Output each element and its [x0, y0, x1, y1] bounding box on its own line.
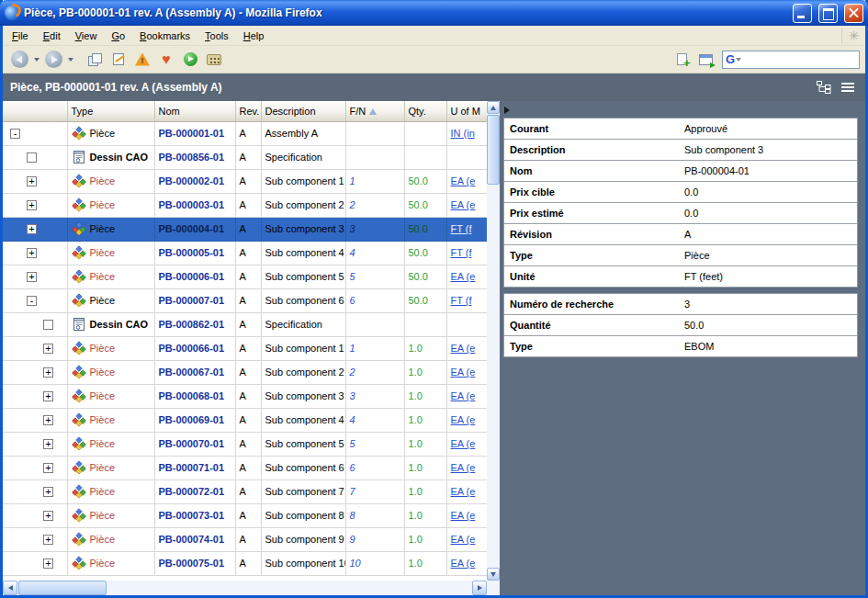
- close-button[interactable]: [844, 4, 863, 23]
- table-row[interactable]: +PiècePB-000068-01ASub component 331.0EA…: [3, 384, 487, 408]
- title-bar[interactable]: Pièce, PB-000001-01 rev. A (Assembly A) …: [0, 0, 868, 26]
- collapse-icon[interactable]: -: [10, 129, 20, 139]
- table-row[interactable]: +PiècePB-000072-01ASub component 771.0EA…: [3, 480, 487, 503]
- part-number-link[interactable]: PB-000070-01: [159, 438, 225, 449]
- horizontal-scrollbar[interactable]: [3, 581, 487, 595]
- table-row[interactable]: +PiècePB-000004-01ASub component 3350.0F…: [3, 217, 487, 241]
- uom-link[interactable]: EA (e: [451, 175, 476, 186]
- menu-item-edit[interactable]: Edit: [36, 28, 68, 44]
- table-row[interactable]: -PiècePB-000001-01AAssembly AIN (in: [3, 121, 487, 145]
- column-header-type[interactable]: Type: [67, 101, 154, 121]
- vertical-scroll-thumb[interactable]: [487, 115, 500, 185]
- table-row[interactable]: +PiècePB-000066-01ASub component 111.0EA…: [3, 336, 487, 360]
- scroll-left-button[interactable]: [3, 581, 17, 595]
- keypad-button[interactable]: [203, 48, 225, 72]
- sort-ascending-icon[interactable]: [369, 108, 377, 115]
- expand-icon[interactable]: +: [43, 344, 53, 354]
- scroll-up-button[interactable]: [487, 101, 500, 114]
- uom-link[interactable]: IN (in: [451, 128, 475, 139]
- expand-icon[interactable]: +: [43, 463, 53, 473]
- expand-icon[interactable]: +: [43, 559, 53, 569]
- menu-item-tools[interactable]: Tools: [197, 28, 236, 44]
- expand-icon[interactable]: +: [43, 535, 53, 545]
- part-number-link[interactable]: PB-000069-01: [159, 414, 225, 425]
- part-number-link[interactable]: PB-000856-01: [159, 152, 225, 163]
- part-number-link[interactable]: PB-000862-01: [159, 319, 225, 330]
- expand-icon[interactable]: +: [43, 439, 53, 449]
- part-number-link[interactable]: PB-000067-01: [159, 367, 225, 378]
- table-row[interactable]: -PiècePB-000007-01ASub component 6650.0F…: [3, 288, 487, 312]
- menu-item-go[interactable]: Go: [104, 28, 132, 44]
- uom-link[interactable]: EA (e: [451, 271, 476, 282]
- part-number-link[interactable]: PB-000001-01: [159, 128, 225, 139]
- column-header-tree[interactable]: [3, 101, 67, 121]
- expand-icon[interactable]: +: [43, 415, 53, 425]
- menu-item-file[interactable]: File: [5, 28, 36, 44]
- table-row[interactable]: +PiècePB-000005-01ASub component 4450.0F…: [3, 241, 487, 265]
- uom-link[interactable]: EA (e: [451, 510, 476, 521]
- go-button[interactable]: [179, 48, 201, 72]
- uom-link[interactable]: EA (e: [451, 486, 476, 497]
- bookmark-heart-button[interactable]: [155, 48, 177, 72]
- table-row[interactable]: +PiècePB-000069-01ASub component 441.0EA…: [3, 408, 487, 432]
- menu-item-view[interactable]: View: [68, 28, 105, 44]
- back-button[interactable]: [8, 48, 30, 72]
- search-box[interactable]: G: [722, 51, 860, 69]
- expand-icon[interactable]: +: [27, 176, 37, 186]
- part-number-link[interactable]: PB-000002-01: [159, 175, 225, 186]
- google-logo-icon[interactable]: G: [726, 51, 735, 68]
- part-number-link[interactable]: PB-000074-01: [159, 534, 225, 545]
- table-row[interactable]: Dessin CAOPB-000862-01ASpecification: [3, 312, 487, 336]
- table-row[interactable]: +PiècePB-000006-01ASub component 5550.0E…: [3, 265, 487, 288]
- column-header-nom[interactable]: Nom: [154, 101, 235, 121]
- table-row[interactable]: +PiècePB-000070-01ASub component 551.0EA…: [3, 432, 487, 456]
- scroll-down-button[interactable]: [487, 568, 500, 581]
- horizontal-scroll-track[interactable]: [17, 581, 472, 595]
- forward-button[interactable]: [42, 48, 64, 72]
- expand-icon[interactable]: +: [43, 487, 53, 497]
- column-header-fn[interactable]: F/N: [345, 101, 404, 121]
- part-number-link[interactable]: PB-000007-01: [159, 295, 225, 306]
- menu-item-help[interactable]: Help: [236, 28, 272, 44]
- table-row[interactable]: +PiècePB-000071-01ASub component 661.0EA…: [3, 456, 487, 480]
- column-header-description[interactable]: Description: [261, 101, 345, 121]
- warning-button[interactable]: [131, 48, 153, 72]
- table-row[interactable]: +PiècePB-000067-01ASub component 221.0EA…: [3, 360, 487, 384]
- collapse-icon[interactable]: -: [27, 296, 37, 306]
- edit-page-button[interactable]: [107, 48, 130, 72]
- expand-icon[interactable]: +: [27, 224, 37, 234]
- pages-button[interactable]: [84, 48, 106, 72]
- expand-icon[interactable]: +: [43, 511, 53, 521]
- part-number-link[interactable]: PB-000066-01: [159, 343, 225, 354]
- forward-history-dropdown[interactable]: [66, 48, 74, 72]
- scroll-right-button[interactable]: [472, 581, 487, 595]
- expand-icon[interactable]: +: [27, 272, 37, 282]
- part-number-link[interactable]: PB-000005-01: [159, 247, 225, 258]
- table-row[interactable]: +PiècePB-000075-01ASub component 10101.0…: [3, 551, 487, 575]
- uom-link[interactable]: FT (f: [451, 295, 472, 306]
- uom-link[interactable]: FT (f: [451, 223, 472, 234]
- table-row[interactable]: +PiècePB-000074-01ASub component 991.0EA…: [3, 527, 487, 551]
- part-number-link[interactable]: PB-000072-01: [159, 486, 225, 497]
- expand-icon[interactable]: +: [43, 367, 53, 378]
- horizontal-scroll-thumb[interactable]: [18, 581, 107, 595]
- table-row[interactable]: Dessin CAOPB-000856-01ASpecification: [3, 145, 487, 169]
- column-header-qty[interactable]: Qty.: [404, 101, 446, 121]
- structure-view-button[interactable]: [814, 78, 834, 96]
- table-row[interactable]: +PiècePB-000003-01ASub component 2250.0E…: [3, 193, 487, 217]
- uom-link[interactable]: EA (e: [451, 367, 476, 378]
- expand-icon[interactable]: +: [43, 391, 53, 401]
- part-number-link[interactable]: PB-000071-01: [159, 462, 225, 473]
- uom-link[interactable]: EA (e: [451, 343, 476, 354]
- uom-link[interactable]: EA (e: [451, 534, 476, 545]
- minimize-button[interactable]: [793, 4, 812, 23]
- part-number-link[interactable]: PB-000068-01: [159, 390, 225, 401]
- vertical-scrollbar[interactable]: [487, 101, 500, 581]
- uom-link[interactable]: EA (e: [451, 438, 476, 449]
- column-header-uom[interactable]: U of M: [446, 101, 487, 121]
- list-view-button[interactable]: [838, 78, 858, 96]
- part-number-link[interactable]: PB-000004-01: [159, 223, 225, 234]
- part-number-link[interactable]: PB-000003-01: [159, 199, 225, 210]
- expand-icon[interactable]: +: [27, 248, 37, 258]
- table-row[interactable]: +PiècePB-000002-01ASub component 1150.0E…: [3, 169, 487, 193]
